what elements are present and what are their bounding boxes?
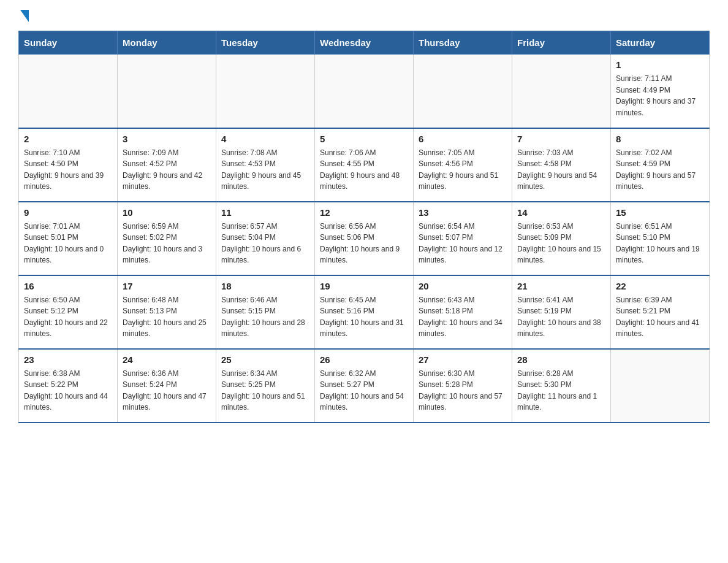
day-number: 12 xyxy=(320,207,408,218)
calendar-cell: 9Sunrise: 7:01 AMSunset: 5:01 PMDaylight… xyxy=(19,202,118,275)
day-number: 6 xyxy=(419,134,507,144)
calendar-cell xyxy=(611,349,710,423)
calendar-cell: 3Sunrise: 7:09 AMSunset: 4:52 PMDaylight… xyxy=(118,128,216,202)
day-number: 23 xyxy=(24,354,112,365)
day-info: Sunrise: 6:30 AMSunset: 5:28 PMDaylight:… xyxy=(419,368,507,413)
calendar-cell xyxy=(118,55,216,128)
day-number: 20 xyxy=(419,281,507,291)
day-info: Sunrise: 6:38 AMSunset: 5:22 PMDaylight:… xyxy=(24,368,112,413)
weekday-header-tuesday: Tuesday xyxy=(216,31,315,55)
day-info: Sunrise: 6:50 AMSunset: 5:12 PMDaylight:… xyxy=(24,294,112,340)
day-number: 17 xyxy=(123,281,211,291)
day-info: Sunrise: 6:48 AMSunset: 5:13 PMDaylight:… xyxy=(123,294,211,340)
day-number: 8 xyxy=(616,134,704,144)
weekday-header-wednesday: Wednesday xyxy=(315,31,414,55)
day-number: 15 xyxy=(616,207,704,218)
weekday-header-monday: Monday xyxy=(118,31,216,55)
weekday-header-saturday: Saturday xyxy=(611,31,710,55)
day-number: 3 xyxy=(123,134,211,144)
day-number: 2 xyxy=(24,134,112,144)
weekday-header-thursday: Thursday xyxy=(414,31,512,55)
calendar-cell: 18Sunrise: 6:46 AMSunset: 5:15 PMDayligh… xyxy=(216,275,315,349)
day-info: Sunrise: 7:05 AMSunset: 4:56 PMDaylight:… xyxy=(419,147,507,193)
calendar-cell: 10Sunrise: 6:59 AMSunset: 5:02 PMDayligh… xyxy=(118,202,216,275)
day-number: 21 xyxy=(517,281,605,291)
day-info: Sunrise: 6:43 AMSunset: 5:18 PMDaylight:… xyxy=(419,294,507,340)
calendar-cell: 15Sunrise: 6:51 AMSunset: 5:10 PMDayligh… xyxy=(611,202,710,275)
calendar-week-row: 23Sunrise: 6:38 AMSunset: 5:22 PMDayligh… xyxy=(19,349,710,423)
day-info: Sunrise: 7:08 AMSunset: 4:53 PMDaylight:… xyxy=(221,147,309,193)
calendar-cell: 22Sunrise: 6:39 AMSunset: 5:21 PMDayligh… xyxy=(611,275,710,349)
day-number: 5 xyxy=(320,134,408,144)
day-number: 10 xyxy=(123,207,211,218)
calendar-week-row: 9Sunrise: 7:01 AMSunset: 5:01 PMDaylight… xyxy=(19,202,710,275)
day-info: Sunrise: 7:09 AMSunset: 4:52 PMDaylight:… xyxy=(123,147,211,193)
weekday-header-sunday: Sunday xyxy=(19,31,118,55)
day-number: 18 xyxy=(221,281,309,291)
day-info: Sunrise: 7:01 AMSunset: 5:01 PMDaylight:… xyxy=(24,221,112,266)
day-info: Sunrise: 7:06 AMSunset: 4:55 PMDaylight:… xyxy=(320,147,408,193)
day-info: Sunrise: 6:57 AMSunset: 5:04 PMDaylight:… xyxy=(221,221,309,266)
logo-triangle-icon xyxy=(20,10,29,22)
day-info: Sunrise: 6:54 AMSunset: 5:07 PMDaylight:… xyxy=(419,221,507,266)
day-number: 9 xyxy=(24,207,112,218)
day-number: 27 xyxy=(419,354,507,365)
day-info: Sunrise: 6:41 AMSunset: 5:19 PMDaylight:… xyxy=(517,294,605,340)
weekday-header-row: SundayMondayTuesdayWednesdayThursdayFrid… xyxy=(19,31,710,55)
calendar-cell: 4Sunrise: 7:08 AMSunset: 4:53 PMDaylight… xyxy=(216,128,315,202)
calendar-cell: 20Sunrise: 6:43 AMSunset: 5:18 PMDayligh… xyxy=(414,275,512,349)
calendar-cell: 5Sunrise: 7:06 AMSunset: 4:55 PMDaylight… xyxy=(315,128,414,202)
day-info: Sunrise: 7:10 AMSunset: 4:50 PMDaylight:… xyxy=(24,147,112,193)
calendar-cell: 27Sunrise: 6:30 AMSunset: 5:28 PMDayligh… xyxy=(414,349,512,423)
calendar-cell: 7Sunrise: 7:03 AMSunset: 4:58 PMDaylight… xyxy=(512,128,611,202)
day-number: 4 xyxy=(221,134,309,144)
day-number: 26 xyxy=(320,354,408,365)
day-info: Sunrise: 7:02 AMSunset: 4:59 PMDaylight:… xyxy=(616,147,704,193)
day-info: Sunrise: 6:46 AMSunset: 5:15 PMDaylight:… xyxy=(221,294,309,340)
day-number: 16 xyxy=(24,281,112,291)
calendar-cell: 1Sunrise: 7:11 AMSunset: 4:49 PMDaylight… xyxy=(611,55,710,128)
day-info: Sunrise: 6:39 AMSunset: 5:21 PMDaylight:… xyxy=(616,294,704,340)
day-info: Sunrise: 6:32 AMSunset: 5:27 PMDaylight:… xyxy=(320,368,408,413)
calendar-cell: 6Sunrise: 7:05 AMSunset: 4:56 PMDaylight… xyxy=(414,128,512,202)
calendar-cell: 8Sunrise: 7:02 AMSunset: 4:59 PMDaylight… xyxy=(611,128,710,202)
day-number: 7 xyxy=(517,134,605,144)
calendar-cell: 24Sunrise: 6:36 AMSunset: 5:24 PMDayligh… xyxy=(118,349,216,423)
calendar-week-row: 2Sunrise: 7:10 AMSunset: 4:50 PMDaylight… xyxy=(19,128,710,202)
calendar-cell: 23Sunrise: 6:38 AMSunset: 5:22 PMDayligh… xyxy=(19,349,118,423)
day-number: 13 xyxy=(419,207,507,218)
weekday-header-friday: Friday xyxy=(512,31,611,55)
calendar-cell: 14Sunrise: 6:53 AMSunset: 5:09 PMDayligh… xyxy=(512,202,611,275)
calendar-cell: 11Sunrise: 6:57 AMSunset: 5:04 PMDayligh… xyxy=(216,202,315,275)
day-info: Sunrise: 6:53 AMSunset: 5:09 PMDaylight:… xyxy=(517,221,605,266)
calendar-cell: 2Sunrise: 7:10 AMSunset: 4:50 PMDaylight… xyxy=(19,128,118,202)
calendar-cell xyxy=(315,55,414,128)
calendar-cell xyxy=(216,55,315,128)
logo xyxy=(18,12,29,18)
day-info: Sunrise: 6:56 AMSunset: 5:06 PMDaylight:… xyxy=(320,221,408,266)
day-info: Sunrise: 7:11 AMSunset: 4:49 PMDaylight:… xyxy=(616,73,704,118)
calendar-cell: 25Sunrise: 6:34 AMSunset: 5:25 PMDayligh… xyxy=(216,349,315,423)
calendar-cell: 12Sunrise: 6:56 AMSunset: 5:06 PMDayligh… xyxy=(315,202,414,275)
calendar-cell: 13Sunrise: 6:54 AMSunset: 5:07 PMDayligh… xyxy=(414,202,512,275)
calendar-cell: 17Sunrise: 6:48 AMSunset: 5:13 PMDayligh… xyxy=(118,275,216,349)
day-number: 1 xyxy=(616,59,704,70)
day-info: Sunrise: 6:28 AMSunset: 5:30 PMDaylight:… xyxy=(517,368,605,413)
calendar-cell xyxy=(414,55,512,128)
calendar-week-row: 16Sunrise: 6:50 AMSunset: 5:12 PMDayligh… xyxy=(19,275,710,349)
calendar-cell: 28Sunrise: 6:28 AMSunset: 5:30 PMDayligh… xyxy=(512,349,611,423)
day-info: Sunrise: 6:45 AMSunset: 5:16 PMDaylight:… xyxy=(320,294,408,340)
day-number: 28 xyxy=(517,354,605,365)
day-number: 14 xyxy=(517,207,605,218)
day-number: 24 xyxy=(123,354,211,365)
day-number: 25 xyxy=(221,354,309,365)
day-info: Sunrise: 6:51 AMSunset: 5:10 PMDaylight:… xyxy=(616,221,704,266)
calendar-cell xyxy=(19,55,118,128)
page-header xyxy=(18,12,710,18)
day-number: 19 xyxy=(320,281,408,291)
calendar-week-row: 1Sunrise: 7:11 AMSunset: 4:49 PMDaylight… xyxy=(19,55,710,128)
logo-general xyxy=(18,12,29,22)
day-info: Sunrise: 6:34 AMSunset: 5:25 PMDaylight:… xyxy=(221,368,309,413)
day-info: Sunrise: 6:36 AMSunset: 5:24 PMDaylight:… xyxy=(123,368,211,413)
day-info: Sunrise: 6:59 AMSunset: 5:02 PMDaylight:… xyxy=(123,221,211,266)
